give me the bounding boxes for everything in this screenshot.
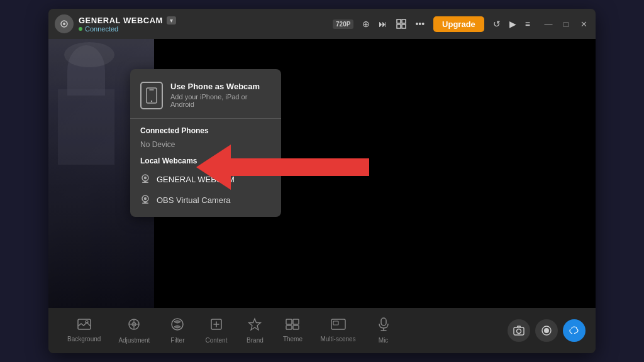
svg-rect-2 <box>397 19 401 23</box>
svg-rect-32 <box>514 327 524 335</box>
theme-icon <box>286 319 299 333</box>
bottom-right-controls <box>508 319 586 342</box>
record-button[interactable] <box>535 319 558 342</box>
more-icon[interactable]: ••• <box>415 19 425 29</box>
svg-point-35 <box>544 328 549 333</box>
background-icon <box>77 319 91 333</box>
svg-rect-12 <box>142 182 148 184</box>
arrow-head <box>196 145 231 190</box>
menu-icon[interactable]: ≡ <box>525 19 530 29</box>
tool-content[interactable]: Content <box>196 314 236 348</box>
filter-icon <box>170 317 184 334</box>
arrow-body <box>231 158 369 176</box>
svg-rect-24 <box>293 319 299 324</box>
adjustment-label: Adjustment <box>118 337 150 344</box>
connected-status: Connected <box>79 25 328 33</box>
svg-rect-23 <box>286 319 292 324</box>
minimize-button[interactable]: — <box>543 19 554 29</box>
connected-phones-section: Connected Phones <box>130 124 281 139</box>
webcam-option-obs[interactable]: OBS Virtual Camera <box>130 190 281 211</box>
window-title: GENERAL WEBCAM <box>79 16 163 25</box>
svg-point-7 <box>151 101 152 102</box>
window-controls: — □ ✕ <box>543 19 589 29</box>
phone-icon <box>140 82 163 109</box>
svg-point-18 <box>86 321 88 323</box>
mic-icon <box>378 317 389 334</box>
connected-dot <box>79 27 82 31</box>
title-bar: GENERAL WEBCAM ▾ Connected 720P ⊕ ⏭ <box>48 9 596 39</box>
svg-rect-5 <box>402 25 406 28</box>
tool-background[interactable]: Background <box>58 315 109 346</box>
tool-adjustment[interactable]: Adjustment <box>109 314 158 348</box>
use-phone-option[interactable]: Use Phone as Webcam Add your iPhone, iPa… <box>130 75 281 119</box>
webcam-option-general-icon <box>140 174 150 185</box>
webcam-obs-label: OBS Virtual Camera <box>157 195 231 205</box>
bottom-toolbar: Background Adjustment <box>48 308 596 353</box>
red-arrow <box>231 158 369 176</box>
svg-rect-26 <box>293 326 299 329</box>
tool-filter[interactable]: Filter <box>158 314 196 348</box>
brand-icon <box>248 317 262 334</box>
title-info: GENERAL WEBCAM ▾ Connected <box>79 16 328 33</box>
quality-badge[interactable]: 720P <box>333 19 353 29</box>
tool-mic[interactable]: Mic <box>365 314 402 348</box>
maximize-button[interactable]: □ <box>560 19 572 29</box>
toolbar-icons: 720P ⊕ ⏭ ••• Upgrade ↺ ▶ ≡ <box>333 16 530 32</box>
app-window: GENERAL WEBCAM ▾ Connected 720P ⊕ ⏭ <box>48 9 596 353</box>
svg-point-10 <box>144 177 147 179</box>
settings-icon[interactable]: ↺ <box>493 19 501 29</box>
svg-rect-29 <box>381 318 386 326</box>
multiscenes-label: Multi-scenes <box>320 336 355 343</box>
close-button[interactable]: ✕ <box>578 19 589 29</box>
use-phone-title: Use Phone as Webcam <box>170 82 271 91</box>
svg-point-37 <box>573 329 576 332</box>
background-label: Background <box>67 336 101 343</box>
svg-point-14 <box>144 197 147 200</box>
upgrade-button[interactable]: Upgrade <box>433 16 484 32</box>
svg-rect-4 <box>397 25 401 28</box>
tool-theme[interactable]: Theme <box>274 315 311 346</box>
svg-rect-16 <box>142 203 148 204</box>
svg-rect-25 <box>286 326 292 329</box>
filter-label: Filter <box>170 337 184 344</box>
webcam-option-obs-icon <box>140 195 150 206</box>
zoom-icon[interactable]: ⊕ <box>362 19 370 29</box>
adjustment-icon <box>127 317 141 334</box>
tool-multiscenes[interactable]: Multi-scenes <box>311 315 364 346</box>
live-button[interactable] <box>563 319 586 342</box>
content-label: Content <box>205 337 227 344</box>
webcam-icon <box>55 14 74 33</box>
use-phone-subtitle: Add your iPhone, iPad or Android <box>170 93 271 108</box>
theme-label: Theme <box>283 336 303 343</box>
version-badge[interactable]: ▾ <box>167 16 176 25</box>
bottom-tools: Background Adjustment <box>58 314 508 348</box>
play-icon[interactable]: ▶ <box>509 19 516 29</box>
snapshot-button[interactable] <box>508 319 530 342</box>
tool-brand[interactable]: Brand <box>236 314 274 348</box>
content-icon <box>209 317 223 334</box>
svg-rect-3 <box>402 19 406 23</box>
dropdown-menu: Use Phone as Webcam Add your iPhone, iPa… <box>130 69 281 217</box>
svg-rect-28 <box>333 321 338 325</box>
mic-label: Mic <box>379 337 389 344</box>
grid-icon[interactable] <box>396 19 406 29</box>
brand-label: Brand <box>247 337 264 344</box>
svg-point-1 <box>63 23 65 25</box>
skip-icon[interactable]: ⏭ <box>379 19 387 29</box>
svg-point-33 <box>517 329 521 334</box>
multiscenes-icon <box>331 319 346 333</box>
main-area: Use Phone as Webcam Add your iPhone, iPa… <box>48 39 596 308</box>
